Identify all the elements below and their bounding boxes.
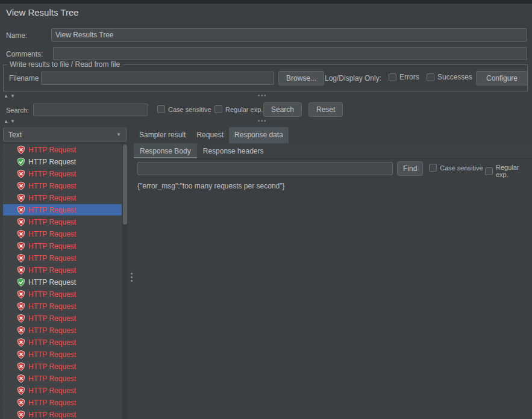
error-shield-icon	[17, 254, 25, 262]
browse-button[interactable]: Browse...	[278, 71, 324, 85]
error-shield-icon	[17, 399, 25, 407]
search-case-sensitive-label: Case sensitive	[168, 106, 211, 113]
tab-request[interactable]: Request	[191, 127, 229, 143]
error-shield-icon	[17, 411, 25, 419]
configure-button[interactable]: Configure	[476, 71, 528, 85]
tree-item-http-request[interactable]: HTTP Request	[3, 192, 122, 203]
tree-item-http-request[interactable]: HTTP Request	[3, 337, 122, 348]
error-shield-icon	[17, 146, 25, 154]
horizontal-splitter-top[interactable]: ▲ ▼ •••	[0, 93, 532, 101]
splitter2-drag-handle-icon[interactable]: •••	[258, 118, 267, 124]
subtab-response-body[interactable]: Response Body	[134, 143, 197, 158]
tree-item-http-request[interactable]: HTTP Request	[3, 361, 122, 372]
tree-item-http-request[interactable]: HTTP Request	[3, 349, 122, 360]
tree-item-http-request[interactable]: HTTP Request	[3, 168, 122, 179]
error-shield-icon	[17, 170, 25, 178]
tree-item-label: HTTP Request	[28, 374, 76, 383]
search-case-sensitive-checkbox-box[interactable]	[157, 105, 165, 113]
errors-checkbox-box[interactable]	[389, 73, 396, 81]
successes-checkbox-box[interactable]	[427, 73, 434, 81]
tree-item-http-request[interactable]: HTTP Request	[3, 264, 122, 276]
chevron-down-icon: ▼	[116, 132, 121, 137]
search-input[interactable]	[33, 104, 148, 116]
successes-checkbox-label: Successes	[437, 73, 472, 81]
errors-checkbox-label: Errors	[399, 73, 419, 81]
splitter2-collapse-down-icon[interactable]: ▼	[10, 119, 15, 125]
tree-item-label: HTTP Request	[28, 350, 76, 359]
tree-item-http-request[interactable]: HTTP Request	[3, 373, 122, 384]
search-case-sensitive-checkbox[interactable]: Case sensitive	[157, 105, 211, 113]
tree-item-http-request[interactable]: HTTP Request	[3, 300, 122, 312]
subtab-response-headers[interactable]: Response headers	[197, 143, 270, 158]
find-regular-exp-checkbox[interactable]: Regular exp.	[485, 164, 532, 178]
result-tabs: Sampler resultRequestResponse data	[134, 127, 289, 143]
error-shield-icon	[17, 218, 25, 226]
find-case-sensitive-checkbox-box[interactable]	[429, 164, 437, 172]
find-input[interactable]	[137, 162, 393, 175]
error-shield-icon	[17, 230, 25, 238]
reset-button[interactable]: Reset	[308, 102, 343, 117]
tree-item-http-request[interactable]: HTTP Request	[3, 397, 122, 408]
tree-item-http-request[interactable]: HTTP Request	[3, 180, 122, 191]
splitter-collapse-up-icon[interactable]: ▲	[4, 93, 8, 99]
horizontal-splitter-bottom[interactable]: ▲ ▼ •••	[0, 119, 532, 126]
tree-item-http-request[interactable]: HTTP Request	[3, 276, 122, 288]
tree-item-label: HTTP Request	[28, 242, 76, 250]
panel-splitter-handle[interactable]	[129, 273, 134, 282]
results-tree: HTTP RequestHTTP RequestHTTP RequestHTTP…	[3, 144, 122, 419]
tree-item-label: HTTP Request	[28, 230, 76, 238]
successes-checkbox[interactable]: Successes	[427, 73, 472, 81]
success-shield-icon	[17, 278, 25, 287]
tab-sampler-result[interactable]: Sampler result	[134, 127, 191, 143]
search-regular-exp-checkbox[interactable]: Regular exp.	[214, 105, 263, 113]
tree-item-http-request[interactable]: HTTP Request	[3, 252, 122, 264]
tree-item-http-request[interactable]: HTTP Request	[3, 312, 122, 324]
tree-scrollbar[interactable]	[122, 144, 128, 419]
tree-item-label: HTTP Request	[28, 338, 76, 347]
search-button[interactable]: Search	[263, 102, 302, 117]
tree-item-label: HTTP Request	[28, 386, 76, 395]
write-results-group: Write results to file / Read from file F…	[3, 64, 528, 92]
find-case-sensitive-label: Case sensitive	[440, 164, 483, 172]
tree-item-label: HTTP Request	[28, 362, 76, 371]
tree-item-label: HTTP Request	[28, 170, 76, 178]
tree-item-http-request[interactable]: HTTP Request	[3, 240, 122, 252]
name-input[interactable]	[51, 28, 527, 42]
error-shield-icon	[17, 338, 25, 347]
search-regular-exp-checkbox-box[interactable]	[214, 105, 222, 113]
tree-item-http-request[interactable]: HTTP Request	[3, 228, 122, 240]
page-title: View Results Tree	[6, 7, 79, 17]
tree-item-label: HTTP Request	[28, 158, 76, 166]
tree-item-http-request[interactable]: HTTP Request	[3, 156, 122, 167]
window-top-edge	[0, 0, 532, 4]
tree-item-http-request[interactable]: HTTP Request	[3, 409, 122, 419]
tree-item-http-request[interactable]: HTTP Request	[3, 144, 122, 155]
write-results-group-title: Write results to file / Read from file	[7, 60, 122, 69]
view-results-tree-window: View Results Tree Name: Comments: Write …	[0, 0, 532, 419]
error-shield-icon	[17, 242, 25, 250]
find-case-sensitive-checkbox[interactable]: Case sensitive	[429, 164, 483, 172]
find-button[interactable]: Find	[397, 161, 423, 176]
view-mode-select[interactable]: Text ▼	[3, 128, 127, 141]
tab-response-data[interactable]: Response data	[229, 127, 289, 143]
tree-item-http-request[interactable]: HTTP Request	[3, 204, 122, 216]
tree-item-http-request[interactable]: HTTP Request	[3, 216, 122, 228]
tree-item-label: HTTP Request	[28, 278, 76, 287]
find-regular-exp-checkbox-box[interactable]	[485, 167, 493, 175]
success-shield-icon	[17, 158, 25, 166]
comments-input[interactable]	[53, 47, 527, 60]
tree-item-http-request[interactable]: HTTP Request	[3, 385, 122, 396]
splitter2-collapse-up-icon[interactable]: ▲	[4, 119, 8, 125]
tree-scrollbar-thumb[interactable]	[123, 144, 127, 225]
tree-item-http-request[interactable]: HTTP Request	[3, 324, 122, 336]
search-regular-exp-label: Regular exp.	[225, 106, 263, 113]
filename-input[interactable]	[41, 72, 274, 85]
tree-item-label: HTTP Request	[28, 206, 76, 214]
tree-item-http-request[interactable]: HTTP Request	[3, 288, 122, 300]
errors-checkbox[interactable]: Errors	[389, 73, 419, 81]
splitter-drag-handle-icon[interactable]: •••	[258, 93, 267, 99]
splitter-collapse-down-icon[interactable]: ▼	[10, 93, 15, 99]
name-label: Name:	[6, 31, 27, 40]
log-display-only-label: Log/Display Only:	[325, 74, 381, 82]
tree-item-label: HTTP Request	[28, 290, 76, 299]
